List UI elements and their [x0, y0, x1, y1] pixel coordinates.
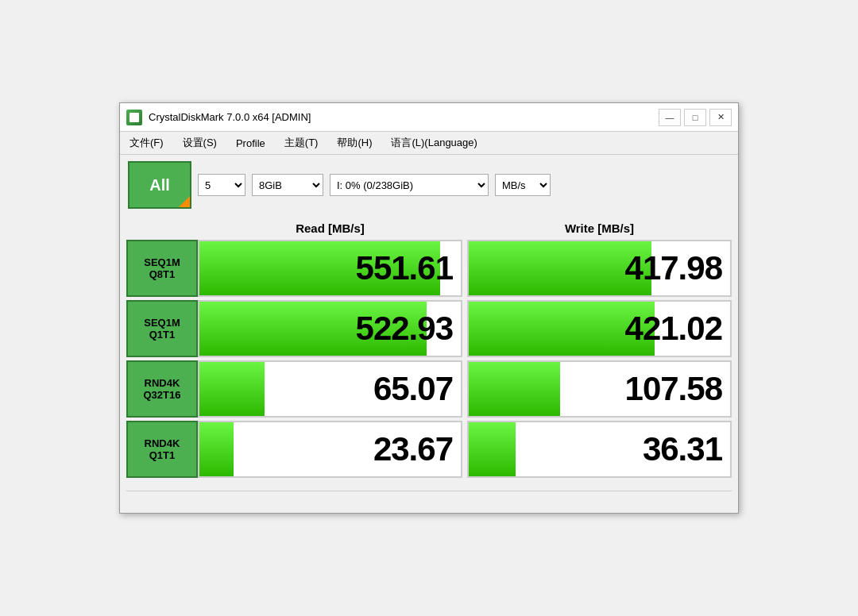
read-cell-2: 65.07	[198, 360, 462, 418]
write-value-1: 421.02	[625, 310, 722, 348]
read-value-1: 522.93	[356, 310, 453, 348]
read-bar-3	[199, 422, 234, 476]
app-icon-inner	[129, 113, 139, 122]
write-bar-3	[469, 422, 516, 476]
drive-select[interactable]: I: 0% (0/238GiB)	[330, 174, 489, 196]
menu-help[interactable]: 帮助(H)	[334, 134, 375, 152]
all-button[interactable]: All	[128, 161, 191, 209]
menu-theme[interactable]: 主题(T)	[281, 134, 322, 152]
write-cell-0: 417.98	[467, 240, 732, 297]
read-value-3: 23.67	[373, 430, 453, 468]
main-content: Read [MB/s] Write [MB/s] SEQ1M Q8T1 551.…	[120, 215, 738, 487]
app-icon	[126, 110, 142, 125]
main-window: CrystalDiskMark 7.0.0 x64 [ADMIN] — □ ✕ …	[119, 102, 739, 514]
restore-button[interactable]: □	[684, 109, 706, 126]
read-cell-1: 522.93	[198, 300, 462, 357]
write-value-0: 417.98	[625, 249, 722, 287]
table-row: RND4K Q1T1 23.67 36.31	[126, 421, 732, 478]
window-title: CrystalDiskMark 7.0.0 x64 [ADMIN]	[149, 111, 311, 123]
table-row: SEQ1M Q8T1 551.61 417.98	[126, 240, 732, 297]
menu-settings[interactable]: 设置(S)	[180, 134, 220, 152]
read-bar-2	[199, 362, 265, 416]
read-cell-3: 23.67	[198, 421, 462, 478]
read-value-0: 551.61	[356, 249, 453, 287]
table-row: SEQ1M Q1T1 522.93 421.02	[126, 300, 732, 357]
row-label-seq1m-q8t1: SEQ1M Q8T1	[126, 240, 198, 297]
menu-bar: 文件(F) 设置(S) Profile 主题(T) 帮助(H) 语言(L)(La…	[120, 132, 738, 155]
read-cell-0: 551.61	[198, 240, 462, 297]
write-header: Write [MB/s]	[467, 218, 732, 238]
title-bar: CrystalDiskMark 7.0.0 x64 [ADMIN] — □ ✕	[120, 103, 738, 132]
header-row: Read [MB/s] Write [MB/s]	[126, 218, 732, 238]
read-value-2: 65.07	[373, 370, 453, 408]
status-bar	[126, 491, 732, 510]
close-button[interactable]: ✕	[709, 109, 732, 126]
menu-language[interactable]: 语言(L)(Language)	[388, 134, 480, 152]
unit-select[interactable]: MB/s GB/s IOPS μs	[495, 174, 551, 196]
label-header-spacer	[126, 218, 198, 238]
title-bar-left: CrystalDiskMark 7.0.0 x64 [ADMIN]	[126, 110, 311, 125]
count-select[interactable]: 1 3 5 10	[198, 174, 245, 196]
read-header: Read [MB/s]	[198, 218, 462, 238]
minimize-button[interactable]: —	[659, 109, 681, 126]
write-value-3: 36.31	[643, 430, 722, 468]
table-row: RND4K Q32T16 65.07 107.58	[126, 360, 732, 418]
row-label-rnd4k-q1t1: RND4K Q1T1	[126, 421, 198, 478]
write-cell-1: 421.02	[467, 300, 732, 357]
row-label-seq1m-q1t1: SEQ1M Q1T1	[126, 300, 198, 357]
menu-profile[interactable]: Profile	[233, 136, 269, 151]
write-cell-3: 36.31	[467, 421, 732, 478]
toolbar: All 1 3 5 10 1GiB 2GiB 4GiB 8GiB 16GiB I…	[120, 155, 738, 215]
window-controls: — □ ✕	[659, 109, 732, 126]
size-select[interactable]: 1GiB 2GiB 4GiB 8GiB 16GiB	[252, 174, 323, 196]
write-cell-2: 107.58	[467, 360, 732, 418]
row-label-rnd4k-q32t16: RND4K Q32T16	[126, 360, 198, 418]
write-bar-2	[469, 362, 560, 416]
write-value-2: 107.58	[625, 370, 722, 408]
menu-file[interactable]: 文件(F)	[126, 134, 167, 152]
